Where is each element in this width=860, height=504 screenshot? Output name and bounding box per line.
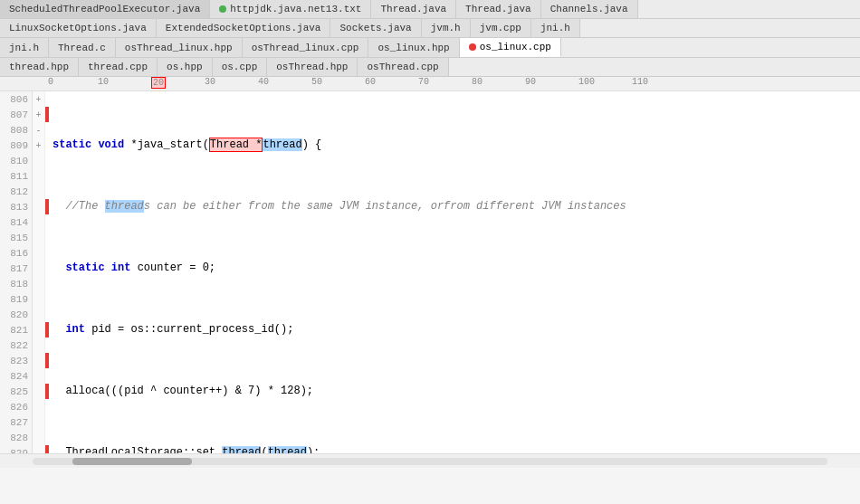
tab-label: httpjdk.java.net13.txt <box>230 4 361 14</box>
code-area: 806 807 808 809 810 811 812 813 814 815 … <box>0 91 860 453</box>
ruler-90: 90 <box>525 77 536 87</box>
tab-row-2: LinuxSocketOptions.java ExtendedSocketOp… <box>0 19 860 38</box>
fold-815[interactable]: + <box>33 108 44 123</box>
tab-Sockets[interactable]: Sockets.java <box>330 19 421 37</box>
tab-row-3: jni.h Thread.c osThread_linux.hpp osThre… <box>0 38 860 58</box>
line-num-820: 820 <box>4 308 28 323</box>
tab-label: osThread.cpp <box>367 62 438 72</box>
line-num-808: 808 <box>4 123 28 138</box>
tab-label: Channels.java <box>550 4 628 14</box>
tab-ExtendedSocketOptions[interactable]: ExtendedSocketOptions.java <box>157 19 331 37</box>
line-num-822: 822 <box>4 338 28 354</box>
ruler-50: 50 <box>311 77 322 87</box>
line-num-829: 829 <box>4 446 28 453</box>
tab-osThread-linux-hpp[interactable]: osThread_linux.hpp <box>116 38 243 57</box>
line-num-816: 816 <box>4 246 28 262</box>
tab-label: thread.cpp <box>88 62 148 72</box>
tab-ThreadC[interactable]: Thread.c <box>49 38 116 57</box>
line-num-826: 826 <box>4 400 28 415</box>
tab-jvmh[interactable]: jvm.h <box>422 19 471 37</box>
fold-827[interactable]: + <box>33 138 44 154</box>
tab-os-hpp[interactable]: os.hpp <box>158 58 213 76</box>
tab-osThread-hpp[interactable]: osThread.hpp <box>267 58 358 76</box>
ruler-80: 80 <box>472 77 483 87</box>
ruler-30: 30 <box>205 77 215 87</box>
ruler-60: 60 <box>365 77 376 87</box>
tab-jvmcpp[interactable]: jvm.cpp <box>471 19 531 37</box>
code-line-808: static int counter = 0; <box>53 261 860 276</box>
tab-label: osThread_linux.hpp <box>125 43 233 53</box>
tab-jnih[interactable]: jni.h <box>0 38 49 57</box>
scrollbar-thumb[interactable] <box>72 458 192 465</box>
tab-row-1: ScheduledThreadPoolExecutor.java httpjdk… <box>0 0 860 19</box>
code-line-811: ThreadLocalStorage::set_thread(thread); <box>53 445 860 453</box>
line-num-813: 813 <box>4 200 28 215</box>
tab-Channels[interactable]: Channels.java <box>541 0 638 18</box>
line-num-811: 811 <box>4 169 28 185</box>
line-num-810: 810 <box>4 154 28 169</box>
horizontal-scrollbar[interactable] <box>0 453 860 468</box>
tab-label: Thread.c <box>58 43 106 53</box>
ruler-0: 0 <box>48 77 53 87</box>
ruler-20: 20 <box>151 77 166 89</box>
line-num-823: 823 <box>4 354 28 369</box>
red-dot-icon <box>469 43 476 51</box>
tab-osThread-linux-cpp[interactable]: osThread_linux.cpp <box>243 38 369 57</box>
line-num-817: 817 <box>4 262 28 277</box>
fold-gutter: + + - <box>33 91 45 453</box>
ruler-70: 70 <box>418 77 429 87</box>
tab-label: thread.hpp <box>9 62 69 72</box>
line-num-814: 814 <box>4 215 28 231</box>
tab-Thread2[interactable]: Thread.java <box>456 0 541 18</box>
code-line-809: int pid = os::current_process_id(); <box>53 322 860 338</box>
line-num-821: 821 <box>4 323 28 338</box>
tab-thread-cpp[interactable]: thread.cpp <box>79 58 158 76</box>
line-num-807: 807 <box>4 108 28 123</box>
fold-806[interactable]: + <box>33 92 44 108</box>
line-num-825: 825 <box>4 385 28 400</box>
tab-os-linux-hpp[interactable]: os_linux.hpp <box>368 38 459 57</box>
tab-ScheduledThreadPoolExecutor[interactable]: ScheduledThreadPoolExecutor.java <box>0 0 210 18</box>
tab-LinuxSocketOptions[interactable]: LinuxSocketOptions.java <box>0 19 157 37</box>
tab-os-linux-cpp[interactable]: os_linux.cpp <box>460 38 561 57</box>
line-num-809: 809 <box>4 138 28 154</box>
tab-label: jni.h <box>540 23 570 33</box>
tab-Thread1[interactable]: Thread.java <box>371 0 456 18</box>
line-num-815: 815 <box>4 231 28 246</box>
line-numbers: 806 807 808 809 810 811 812 813 814 815 … <box>0 91 33 453</box>
tab-label: os.hpp <box>167 62 203 72</box>
tab-label: Thread.java <box>465 4 531 14</box>
tab-httpjdk[interactable]: httpjdk.java.net13.txt <box>210 0 371 18</box>
tab-label: jni.h <box>9 43 39 53</box>
tab-label: os.cpp <box>222 62 258 72</box>
line-num-806: 806 <box>4 92 28 108</box>
tab-label: LinuxSocketOptions.java <box>9 23 147 33</box>
tab-label: os_linux.hpp <box>377 43 449 53</box>
tab-jnih-row2[interactable]: jni.h <box>531 19 580 37</box>
tab-label: ExtendedSocketOptions.java <box>166 23 321 33</box>
scrollbar-track[interactable] <box>33 458 827 465</box>
tab-osThread-cpp[interactable]: osThread.cpp <box>358 58 448 76</box>
tab-row-4: thread.hpp thread.cpp os.hpp os.cpp osTh… <box>0 58 860 77</box>
tab-label: osThread_linux.cpp <box>252 43 359 53</box>
tab-os-cpp[interactable]: os.cpp <box>213 58 268 76</box>
line-num-828: 828 <box>4 431 28 446</box>
tab-label: Thread.java <box>380 4 446 14</box>
tab-thread-hpp[interactable]: thread.hpp <box>0 58 79 76</box>
tab-label: Sockets.java <box>339 23 411 33</box>
ruler-100: 100 <box>578 77 595 87</box>
line-num-818: 818 <box>4 277 28 292</box>
line-num-812: 812 <box>4 185 28 200</box>
tab-label: ScheduledThreadPoolExecutor.java <box>9 4 200 14</box>
tab-label: osThread.hpp <box>276 62 348 72</box>
code-content[interactable]: static void *java_start(Thread *thread) … <box>49 91 860 453</box>
fold-821[interactable]: - <box>33 123 44 138</box>
line-num-824: 824 <box>4 369 28 385</box>
ruler-10: 10 <box>98 77 109 87</box>
line-num-819: 819 <box>4 292 28 308</box>
tab-label: jvm.h <box>431 23 461 33</box>
code-line-810: alloca(((pid ^ counter++) & 7) * 128); <box>53 384 860 399</box>
line-num-827: 827 <box>4 415 28 431</box>
code-line-806: static void *java_start(Thread *thread) … <box>53 138 860 153</box>
ruler-40: 40 <box>258 77 269 87</box>
